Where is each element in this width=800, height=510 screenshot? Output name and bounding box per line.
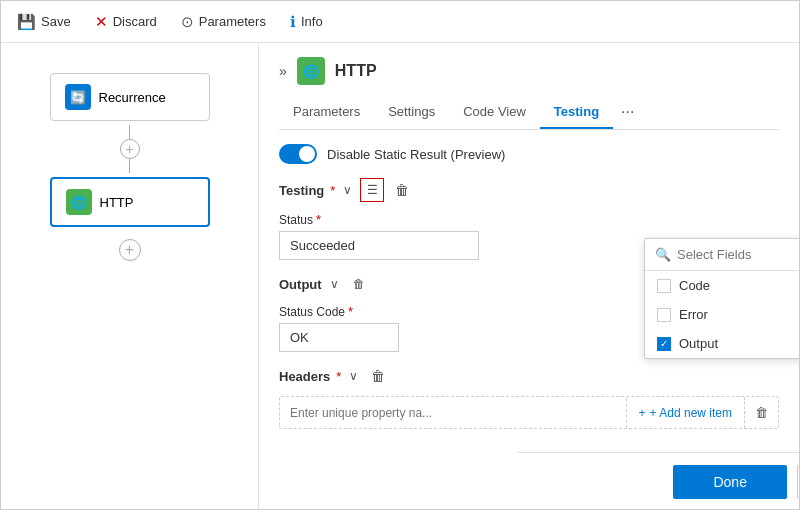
- panel-title-icon: 🌐: [297, 57, 325, 85]
- tab-settings[interactable]: Settings: [374, 96, 449, 129]
- http-label: HTTP: [100, 195, 134, 210]
- discard-button[interactable]: ✕ Discard: [95, 13, 157, 31]
- discard-icon: ✕: [95, 13, 108, 31]
- panel-title: HTTP: [335, 62, 377, 80]
- output-checkbox-label: Output: [679, 336, 718, 351]
- lines-icon: ☰: [367, 183, 378, 197]
- delete-testing-button[interactable]: 🗑: [390, 178, 414, 202]
- toggle-row: Disable Static Result (Preview): [279, 144, 779, 164]
- error-checkbox-item[interactable]: Error: [645, 300, 799, 329]
- headers-label: Headers: [279, 369, 330, 384]
- add-item-label: + Add new item: [650, 406, 732, 420]
- main-layout: 🔄 Recurrence + 🌐 HTTP + » 🌐 HTTP Pa: [1, 43, 799, 510]
- add-after-button[interactable]: +: [119, 239, 141, 261]
- status-label: Status *: [279, 212, 779, 227]
- parameters-label: Parameters: [199, 14, 266, 29]
- parameters-button[interactable]: ⊙ Parameters: [181, 13, 266, 31]
- output-label: Output: [279, 277, 322, 292]
- headers-trash-button[interactable]: 🗑: [366, 364, 390, 388]
- left-panel: 🔄 Recurrence + 🌐 HTTP +: [1, 43, 259, 510]
- fields-search-input[interactable]: [677, 247, 799, 262]
- error-checkbox[interactable]: [657, 308, 671, 322]
- toggle-label: Disable Static Result (Preview): [327, 147, 505, 162]
- panel-header: » 🌐 HTTP: [279, 57, 779, 85]
- plus-icon: +: [639, 406, 646, 420]
- right-panel: » 🌐 HTTP Parameters Settings Code View T…: [259, 43, 799, 510]
- tab-parameters[interactable]: Parameters: [279, 96, 374, 129]
- output-checkbox-item[interactable]: Output: [645, 329, 799, 358]
- expand-icon[interactable]: »: [279, 63, 287, 79]
- cancel-button[interactable]: Cancel: [797, 465, 799, 499]
- recurrence-icon: 🔄: [65, 84, 91, 110]
- http-node[interactable]: 🌐 HTTP: [50, 177, 210, 227]
- http-icon: 🌐: [66, 189, 92, 215]
- select-fields-dropdown: 🔍 Code Error Output: [644, 238, 799, 359]
- headers-section: Headers * ∨ 🗑 + + Add new item 🗑: [279, 364, 779, 429]
- error-label: Error: [679, 307, 708, 322]
- info-button[interactable]: ℹ Info: [290, 13, 323, 31]
- status-code-input[interactable]: [279, 323, 399, 352]
- disable-static-toggle[interactable]: [279, 144, 317, 164]
- code-checkbox[interactable]: [657, 279, 671, 293]
- trash-icon: 🗑: [395, 182, 409, 198]
- delete-output-button[interactable]: 🗑: [347, 272, 371, 296]
- code-checkbox-item[interactable]: Code: [645, 271, 799, 300]
- bottom-bar: Done Cancel: [517, 452, 799, 510]
- save-label: Save: [41, 14, 71, 29]
- headers-chevron[interactable]: ∨: [347, 367, 360, 385]
- connector-line: [129, 125, 130, 139]
- select-fields-button[interactable]: ☰: [360, 178, 384, 202]
- tab-code-view[interactable]: Code View: [449, 96, 540, 129]
- testing-required: *: [330, 183, 335, 198]
- tabs: Parameters Settings Code View Testing ··…: [279, 95, 779, 130]
- toggle-knob: [299, 146, 315, 162]
- info-icon: ℹ: [290, 13, 296, 31]
- output-chevron[interactable]: ∨: [328, 275, 341, 293]
- add-item-trash-button[interactable]: 🗑: [744, 397, 778, 428]
- done-button[interactable]: Done: [673, 465, 786, 499]
- testing-chevron[interactable]: ∨: [341, 181, 354, 199]
- add-trash-icon: 🗑: [755, 405, 768, 420]
- connector-1: +: [50, 125, 210, 173]
- parameters-icon: ⊙: [181, 13, 194, 31]
- search-icon: 🔍: [655, 247, 671, 262]
- add-new-item-button[interactable]: + + Add new item: [626, 398, 744, 428]
- add-between-button[interactable]: +: [120, 139, 140, 159]
- headers-row: Headers * ∨ 🗑: [279, 364, 779, 388]
- save-icon: 💾: [17, 13, 36, 31]
- headers-required: *: [336, 369, 341, 384]
- output-trash-icon: 🗑: [353, 277, 365, 291]
- testing-section-label: Testing: [279, 183, 324, 198]
- code-label: Code: [679, 278, 710, 293]
- connector-line-2: [129, 159, 130, 173]
- recurrence-node[interactable]: 🔄 Recurrence: [50, 73, 210, 121]
- save-button[interactable]: 💾 Save: [17, 13, 71, 31]
- output-checkbox[interactable]: [657, 337, 671, 351]
- add-item-row: + + Add new item 🗑: [279, 396, 779, 429]
- status-input[interactable]: [279, 231, 479, 260]
- testing-section-row: Testing * ∨ ☰ 🗑: [279, 178, 779, 202]
- toolbar: 💾 Save ✕ Discard ⊙ Parameters ℹ Info: [1, 1, 799, 43]
- search-row: 🔍: [645, 239, 799, 271]
- info-label: Info: [301, 14, 323, 29]
- tab-more-button[interactable]: ···: [613, 95, 642, 129]
- recurrence-label: Recurrence: [99, 90, 166, 105]
- headers-trash-icon: 🗑: [371, 368, 385, 384]
- property-name-input[interactable]: [280, 398, 626, 428]
- tab-testing[interactable]: Testing: [540, 96, 613, 129]
- discard-label: Discard: [113, 14, 157, 29]
